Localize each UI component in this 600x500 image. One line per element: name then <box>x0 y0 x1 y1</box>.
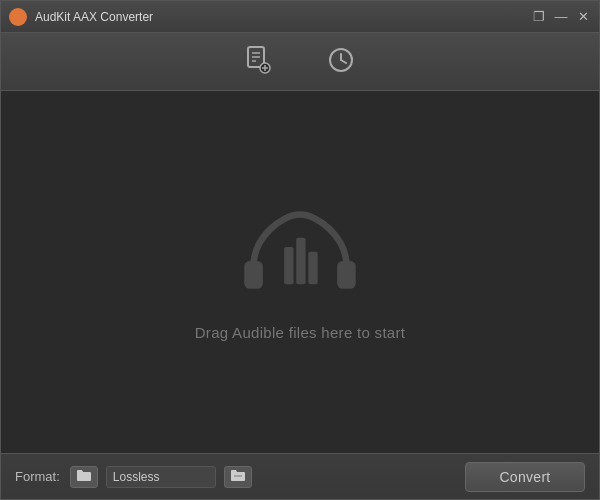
format-label: Format: <box>15 469 60 484</box>
browse-folder-icon <box>230 469 246 485</box>
add-files-button[interactable] <box>237 42 279 82</box>
title-bar: AudKit AAX Converter ❐ — ✕ <box>1 1 599 33</box>
convert-button[interactable]: Convert <box>465 462 585 492</box>
format-folder-button[interactable] <box>70 466 98 488</box>
window-controls: ❐ — ✕ <box>531 9 591 25</box>
svg-rect-13 <box>296 237 305 283</box>
svg-rect-10 <box>244 260 263 288</box>
svg-rect-11 <box>337 260 356 288</box>
minimize-button[interactable]: — <box>553 9 569 25</box>
svg-line-9 <box>341 60 346 63</box>
drop-zone[interactable]: Drag Audible files here to start <box>1 91 599 453</box>
format-input[interactable] <box>106 466 216 488</box>
bottom-bar: Format: Convert <box>1 453 599 499</box>
close-button[interactable]: ✕ <box>575 9 591 25</box>
app-window: AudKit AAX Converter ❐ — ✕ <box>0 0 600 500</box>
app-icon <box>9 8 27 26</box>
add-files-icon <box>245 46 271 78</box>
folder-icon <box>76 469 92 485</box>
window-title: AudKit AAX Converter <box>35 10 531 24</box>
toolbar <box>1 33 599 91</box>
drop-icon <box>235 204 365 308</box>
svg-rect-12 <box>284 247 293 284</box>
history-icon <box>327 46 355 78</box>
history-button[interactable] <box>319 42 363 82</box>
svg-rect-14 <box>308 251 317 284</box>
maximize-button[interactable]: ❐ <box>531 9 547 25</box>
format-browse-button[interactable] <box>224 466 252 488</box>
drop-text: Drag Audible files here to start <box>195 324 406 341</box>
